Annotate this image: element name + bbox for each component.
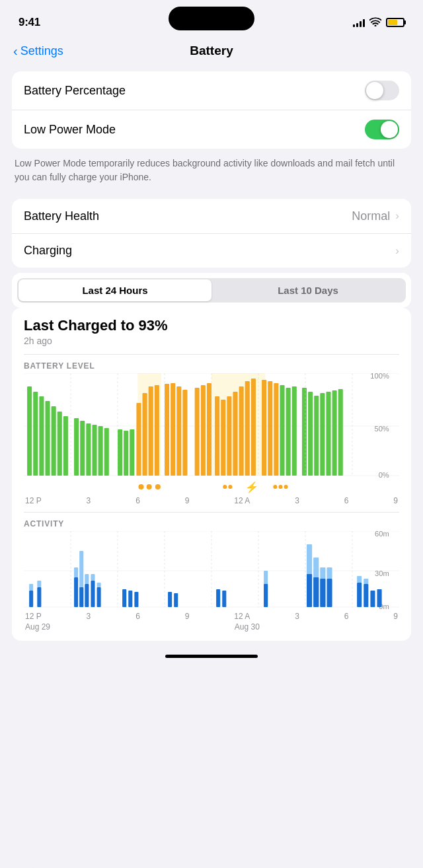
battery-percentage-label: Battery Percentage (24, 84, 126, 98)
svg-text:30m: 30m (375, 569, 389, 577)
back-button[interactable]: ‹ Settings (13, 44, 63, 58)
svg-rect-112 (320, 579, 325, 607)
svg-rect-18 (92, 425, 96, 476)
svg-rect-117 (364, 584, 368, 607)
svg-rect-118 (364, 579, 368, 584)
x-label-12a: 12 A (234, 496, 250, 505)
svg-rect-46 (286, 388, 291, 476)
svg-rect-53 (332, 390, 337, 476)
x-label-9pm: 9 (185, 496, 190, 505)
low-power-mode-row: Low Power Mode (12, 110, 411, 149)
svg-point-69 (278, 485, 282, 489)
toggle-knob-2 (381, 121, 398, 138)
svg-rect-23 (130, 429, 134, 476)
act-x-label-12a: 12 A (234, 612, 250, 621)
svg-rect-104 (222, 591, 226, 607)
svg-rect-103 (216, 589, 220, 607)
svg-rect-25 (143, 393, 147, 476)
svg-rect-15 (74, 418, 79, 476)
svg-rect-113 (327, 579, 332, 607)
svg-text:50%: 50% (374, 425, 389, 433)
svg-rect-84 (29, 591, 33, 607)
svg-text:60m: 60m (375, 531, 389, 538)
x-label-9am: 9 (393, 496, 398, 505)
charging-row[interactable]: Charging › (12, 233, 411, 268)
svg-point-65 (223, 485, 227, 489)
svg-rect-108 (307, 574, 312, 607)
svg-rect-87 (37, 581, 41, 587)
charge-subtitle: 2h ago (24, 336, 399, 346)
svg-rect-97 (97, 583, 101, 587)
svg-rect-32 (195, 388, 200, 476)
svg-rect-40 (245, 381, 250, 476)
battery-health-row[interactable]: Battery Health Normal › (12, 199, 411, 233)
svg-rect-99 (128, 591, 132, 607)
low-power-mode-toggle[interactable] (365, 120, 399, 139)
charge-title: Last Charged to 93% (24, 317, 399, 334)
battery-chart-svg: 100% 50% 0% (24, 373, 399, 479)
svg-rect-9 (33, 392, 38, 476)
svg-rect-114 (327, 567, 332, 579)
svg-rect-47 (292, 386, 297, 476)
segment-10d[interactable]: Last 10 Days (212, 279, 404, 301)
charging-chevron-icon: › (395, 244, 399, 258)
svg-text:0%: 0% (379, 471, 389, 479)
chart-divider-2 (24, 512, 399, 513)
activity-chart: 60m 30m 0m (24, 531, 399, 610)
status-bar: 9:41 (0, 0, 423, 38)
act-x-label-12p: 12 P (25, 612, 42, 621)
activity-label: ACTIVITY (24, 519, 399, 528)
wifi-icon (369, 17, 381, 28)
svg-point-62 (138, 484, 143, 489)
svg-text:100%: 100% (370, 373, 389, 380)
svg-rect-100 (134, 592, 138, 607)
segmented-control: Last 24 Hours Last 10 Days (17, 278, 406, 303)
back-label: Settings (20, 44, 63, 58)
status-time: 9:41 (19, 16, 40, 29)
svg-rect-42 (262, 380, 266, 476)
svg-rect-120 (377, 589, 382, 607)
act-x-label-3am: 3 (295, 612, 299, 621)
svg-rect-13 (58, 412, 62, 476)
svg-rect-10 (39, 396, 44, 476)
battery-health-right: Normal › (352, 209, 399, 223)
svg-rect-26 (149, 386, 153, 476)
x-label-12p: 12 P (25, 496, 42, 505)
svg-rect-31 (182, 390, 187, 476)
battery-percentage-toggle[interactable] (365, 81, 399, 100)
battery-health-label: Battery Health (24, 209, 99, 223)
battery-chart: 100% 50% 0% (24, 373, 399, 479)
svg-text:⚡: ⚡ (245, 481, 259, 493)
svg-rect-21 (118, 429, 122, 476)
act-x-label-6am: 6 (344, 612, 349, 621)
svg-rect-34 (207, 383, 212, 476)
low-power-mode-label: Low Power Mode (24, 123, 116, 137)
svg-rect-43 (268, 381, 272, 476)
svg-rect-94 (91, 581, 95, 607)
svg-rect-98 (122, 589, 126, 607)
svg-rect-95 (91, 574, 95, 581)
battery-level-label: BATTERY LEVEL (24, 361, 399, 371)
svg-rect-35 (215, 396, 219, 476)
svg-rect-51 (320, 393, 325, 476)
svg-rect-36 (221, 400, 225, 476)
svg-rect-92 (85, 584, 89, 607)
act-x-label-6pm: 6 (135, 612, 140, 621)
svg-rect-8 (27, 386, 32, 476)
act-x-label-9am: 9 (393, 612, 398, 621)
svg-rect-44 (274, 383, 278, 476)
chart-section: Last Charged to 93% 2h ago BATTERY LEVEL… (12, 308, 411, 641)
battery-health-value: Normal (352, 209, 390, 223)
settings-card-2: Battery Health Normal › Charging › (12, 199, 411, 268)
svg-rect-110 (313, 577, 319, 607)
charge-info: Last Charged to 93% 2h ago (24, 308, 399, 349)
segment-24h[interactable]: Last 24 Hours (19, 279, 212, 301)
svg-rect-96 (97, 587, 101, 607)
svg-rect-116 (357, 576, 362, 583)
svg-rect-27 (155, 385, 159, 476)
svg-rect-29 (171, 383, 175, 476)
battery-fill (388, 20, 397, 25)
home-indicator-container (0, 647, 423, 670)
svg-rect-30 (176, 386, 181, 476)
svg-point-70 (284, 485, 288, 489)
